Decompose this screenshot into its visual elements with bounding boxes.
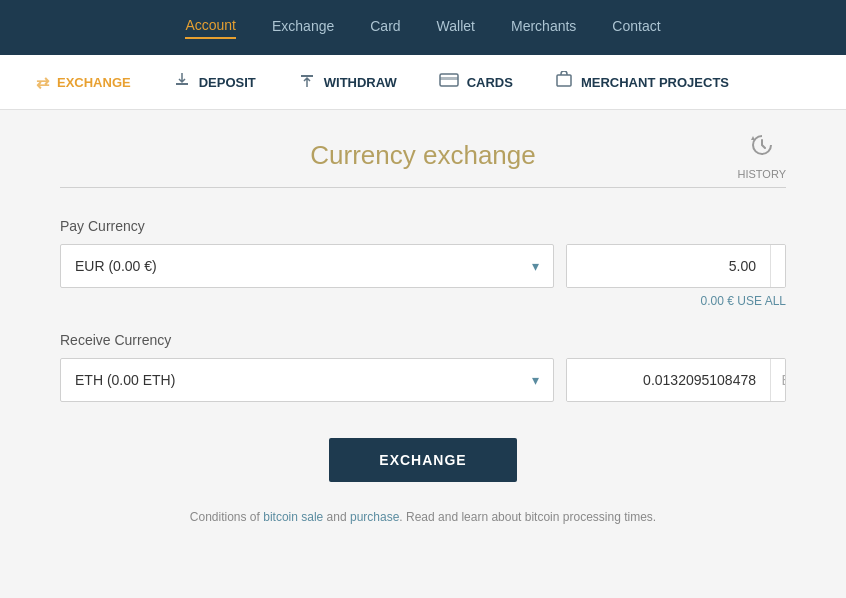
receive-field-row: ETH (0.00 ETH) BTC (0.00 BTC) EUR (0.00 … (60, 358, 786, 402)
subnav-deposit[interactable]: Deposit (167, 67, 262, 97)
pay-currency-select[interactable]: EUR (0.00 €) BTC (0.00 BTC) ETH (0.00 ET… (75, 258, 539, 274)
sub-nav: ⇄ Exchange Deposit Withdraw Cards Mercha… (0, 55, 846, 110)
history-label: HISTORY (738, 168, 787, 180)
page-header: Currency exchange HISTORY (60, 140, 786, 171)
footer-suffix: . Read and learn about bitcoin processin… (399, 510, 656, 524)
pay-currency-label: Pay Currency (60, 218, 786, 234)
svg-rect-1 (301, 75, 313, 77)
subnav-withdraw-label: Withdraw (324, 75, 397, 90)
exchange-btn-row: EXCHANGE (60, 438, 786, 482)
history-button[interactable]: HISTORY (738, 131, 787, 180)
history-icon (748, 131, 776, 165)
exchange-icon: ⇄ (36, 73, 49, 92)
subnav-deposit-label: Deposit (199, 75, 256, 90)
footer-mid: and (323, 510, 350, 524)
nav-contact[interactable]: Contact (612, 18, 660, 38)
deposit-icon (173, 71, 191, 93)
top-nav: Account Exchange Card Wallet Merchants C… (0, 0, 846, 55)
svg-rect-4 (557, 75, 571, 86)
subnav-exchange[interactable]: ⇄ Exchange (30, 69, 137, 96)
nav-account[interactable]: Account (185, 17, 236, 39)
receive-currency-section: Receive Currency ETH (0.00 ETH) BTC (0.0… (60, 332, 786, 402)
footer-note: Conditions of bitcoin sale and purchase.… (60, 510, 786, 524)
subnav-cards-label: Cards (467, 75, 513, 90)
use-all-row: 0.00 € USE ALL (60, 294, 786, 308)
subnav-merchant-label: Merchant Projects (581, 75, 729, 90)
pay-amount-wrapper: € (566, 244, 786, 288)
pay-field-row: EUR (0.00 €) BTC (0.00 BTC) ETH (0.00 ET… (60, 244, 786, 288)
withdraw-icon (298, 71, 316, 93)
merchant-icon (555, 71, 573, 93)
receive-amount-wrapper: ETH (566, 358, 786, 402)
pay-currency-select-wrapper[interactable]: EUR (0.00 €) BTC (0.00 BTC) ETH (0.00 ET… (60, 244, 554, 288)
subnav-merchant[interactable]: Merchant Projects (549, 67, 735, 97)
pay-amount-input[interactable] (567, 245, 770, 287)
cards-icon (439, 73, 459, 91)
main-content: Currency exchange HISTORY Pay Currency E… (0, 110, 846, 554)
nav-wallet[interactable]: Wallet (437, 18, 475, 38)
receive-currency-suffix: ETH (770, 359, 786, 401)
svg-rect-0 (176, 83, 188, 85)
nav-merchants[interactable]: Merchants (511, 18, 576, 38)
receive-currency-select[interactable]: ETH (0.00 ETH) BTC (0.00 BTC) EUR (0.00 … (75, 372, 539, 388)
svg-rect-3 (440, 77, 458, 80)
purchase-link[interactable]: purchase (350, 510, 399, 524)
nav-exchange[interactable]: Exchange (272, 18, 334, 38)
nav-card[interactable]: Card (370, 18, 400, 38)
subnav-exchange-label: Exchange (57, 75, 131, 90)
subnav-cards[interactable]: Cards (433, 69, 519, 95)
divider (60, 187, 786, 188)
bitcoin-sale-link[interactable]: bitcoin sale (263, 510, 323, 524)
subnav-withdraw[interactable]: Withdraw (292, 67, 403, 97)
footer-prefix: Conditions of (190, 510, 263, 524)
pay-currency-suffix: € (770, 245, 786, 287)
exchange-button[interactable]: EXCHANGE (329, 438, 516, 482)
pay-currency-section: Pay Currency EUR (0.00 €) BTC (0.00 BTC)… (60, 218, 786, 308)
receive-currency-select-wrapper[interactable]: ETH (0.00 ETH) BTC (0.00 BTC) EUR (0.00 … (60, 358, 554, 402)
page-title: Currency exchange (310, 140, 535, 171)
receive-amount-input[interactable] (567, 359, 770, 401)
use-all-link[interactable]: 0.00 € USE ALL (701, 294, 786, 308)
receive-currency-label: Receive Currency (60, 332, 786, 348)
